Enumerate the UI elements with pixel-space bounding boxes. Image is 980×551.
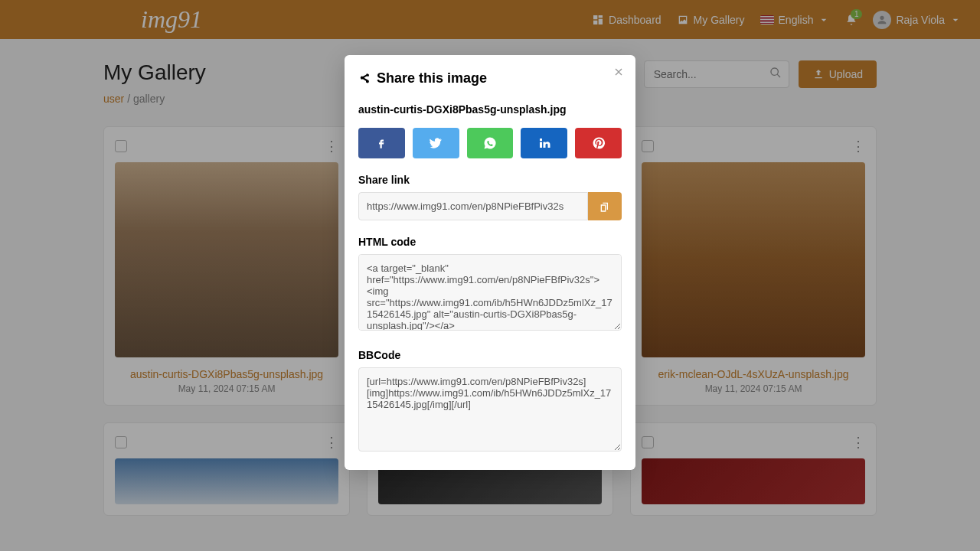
close-icon xyxy=(612,66,625,78)
copy-link-button[interactable] xyxy=(588,192,622,220)
share-pinterest-button[interactable] xyxy=(575,128,622,158)
facebook-icon xyxy=(374,136,388,150)
html-code-textarea[interactable] xyxy=(358,254,622,331)
share-twitter-button[interactable] xyxy=(413,128,459,158)
social-row xyxy=(358,128,622,158)
close-button[interactable] xyxy=(612,66,625,82)
share-whatsapp-button[interactable] xyxy=(467,128,514,158)
share-link-row xyxy=(358,192,622,220)
twitter-icon xyxy=(429,136,443,150)
html-code-label: HTML code xyxy=(358,236,622,248)
share-facebook-button[interactable] xyxy=(358,128,405,158)
share-linkedin-button[interactable] xyxy=(521,128,567,158)
share-modal: Share this image austin-curtis-DGXi8Pbas… xyxy=(345,55,635,470)
bbcode-label: BBCode xyxy=(358,349,622,361)
linkedin-icon xyxy=(537,136,551,150)
pinterest-icon xyxy=(592,136,606,150)
share-icon xyxy=(358,73,371,85)
modal-filename: austin-curtis-DGXi8Pbas5g-unsplash.jpg xyxy=(358,103,622,116)
modal-title: Share this image xyxy=(358,70,622,86)
share-link-label: Share link xyxy=(358,174,622,186)
bbcode-textarea[interactable] xyxy=(358,367,622,452)
modal-title-text: Share this image xyxy=(377,70,487,86)
share-link-input[interactable] xyxy=(358,192,588,220)
whatsapp-icon xyxy=(483,136,497,150)
copy-icon xyxy=(599,201,611,213)
